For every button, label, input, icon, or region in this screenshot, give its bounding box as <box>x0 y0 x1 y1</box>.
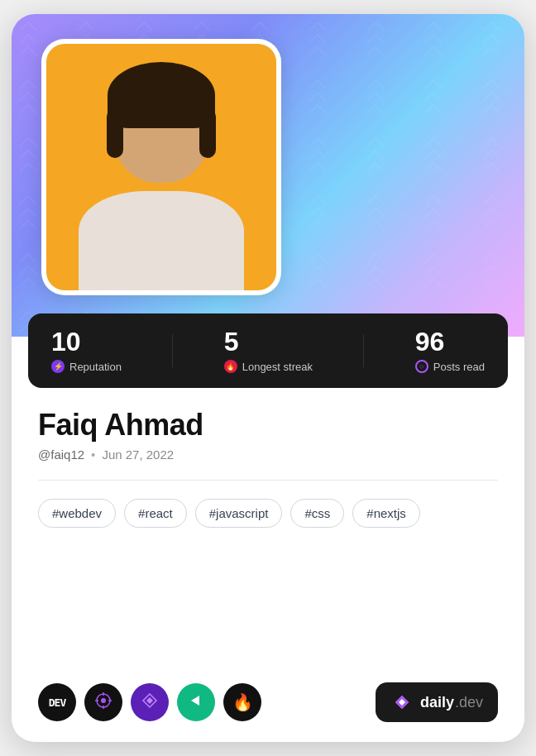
reputation-label-row: ⚡ Reputation <box>51 360 122 373</box>
user-handle: @faiq12 <box>38 447 84 462</box>
person-hair-side-right <box>199 108 216 158</box>
card-footer: DEV <box>12 682 524 742</box>
stat-divider-1 <box>172 334 173 367</box>
avatar-wrapper <box>41 39 281 295</box>
reputation-label: Reputation <box>69 361 122 373</box>
badge-fire[interactable]: 🔥 <box>223 683 261 721</box>
posts-label: Posts read <box>433 361 485 373</box>
stat-streak: 5 🔥 Longest streak <box>224 328 313 373</box>
card-body: Faiq Ahmad @faiq12 • Jun 27, 2022 #webde… <box>12 388 524 682</box>
reputation-icon: ⚡ <box>51 360 65 373</box>
join-date: Jun 27, 2022 <box>102 447 174 462</box>
badge-devto-icon <box>141 691 159 713</box>
streak-label-row: 🔥 Longest streak <box>224 360 313 373</box>
badge-arrow[interactable] <box>177 683 215 721</box>
daily-dev-logo[interactable]: daily .dev <box>376 682 498 722</box>
badge-crosshair-icon <box>94 691 112 713</box>
person-body <box>79 191 244 290</box>
badge-devto[interactable] <box>131 683 169 721</box>
daily-text-dev: .dev <box>455 694 483 711</box>
badge-dev[interactable]: DEV <box>38 683 76 721</box>
user-name: Faiq Ahmad <box>38 408 498 443</box>
daily-dev-icon <box>390 691 414 714</box>
posts-icon: ○ <box>415 360 428 373</box>
stat-divider-2 <box>363 334 364 367</box>
posts-value: 96 <box>415 328 485 355</box>
tag-javascript[interactable]: #javascript <box>195 499 283 528</box>
badge-fire-icon: 🔥 <box>232 692 253 712</box>
user-meta: @faiq12 • Jun 27, 2022 <box>38 447 498 462</box>
tags-container: #webdev #react #javascript #css #nextjs <box>38 499 498 528</box>
badge-crosshair[interactable] <box>84 683 122 721</box>
svg-marker-9 <box>191 696 199 706</box>
person-hair-side-left <box>107 108 123 158</box>
avatar <box>46 44 276 290</box>
streak-label: Longest streak <box>242 361 313 373</box>
tag-webdev[interactable]: #webdev <box>38 499 116 528</box>
badge-dev-label: DEV <box>49 696 65 709</box>
reputation-value: 10 <box>51 328 122 355</box>
posts-label-row: ○ Posts read <box>415 360 485 373</box>
tag-nextjs[interactable]: #nextjs <box>352 499 420 528</box>
streak-icon: 🔥 <box>224 360 237 373</box>
badges-row: DEV <box>38 683 261 721</box>
stat-posts: 96 ○ Posts read <box>415 328 485 373</box>
badge-arrow-icon <box>188 692 204 712</box>
stat-reputation: 10 ⚡ Reputation <box>51 328 122 373</box>
person-figure <box>70 50 252 290</box>
card-header <box>12 14 524 337</box>
tag-react[interactable]: #react <box>124 499 187 528</box>
profile-card: 10 ⚡ Reputation 5 🔥 Longest streak 96 ○ … <box>12 14 524 742</box>
daily-text-daily: daily <box>420 694 454 711</box>
svg-point-2 <box>101 698 106 703</box>
tag-css[interactable]: #css <box>290 499 344 528</box>
divider <box>38 480 498 481</box>
svg-marker-8 <box>146 697 153 704</box>
meta-separator: • <box>91 447 95 462</box>
streak-value: 5 <box>224 328 313 355</box>
stats-bar: 10 ⚡ Reputation 5 🔥 Longest streak 96 ○ … <box>28 313 508 388</box>
daily-logo-text: daily .dev <box>420 694 483 711</box>
